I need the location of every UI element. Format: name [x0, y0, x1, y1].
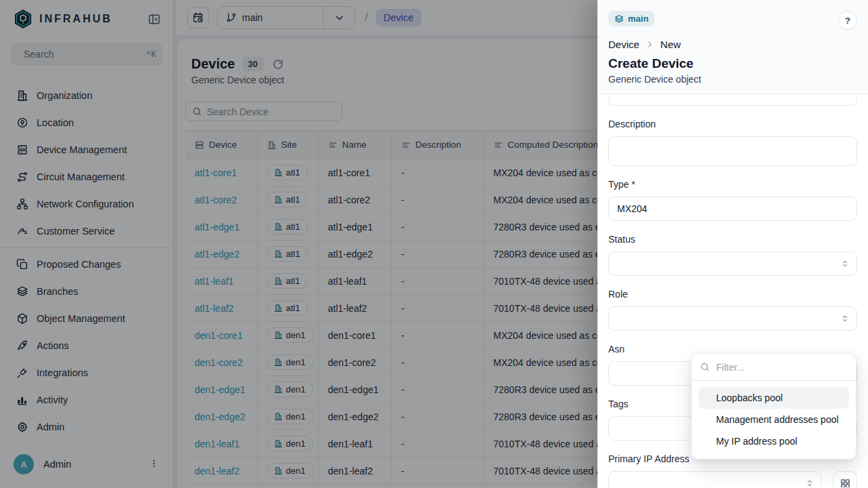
pool-options: Loopbacks pool Management addresses pool… — [692, 381, 856, 459]
grid-icon — [840, 478, 851, 488]
chevrons-up-down-icon — [840, 314, 850, 323]
panel-title: Create Device — [608, 56, 857, 71]
pool-dropdown: Loopbacks pool Management addresses pool… — [691, 353, 856, 460]
description-textarea[interactable] — [608, 136, 857, 166]
type-input[interactable] — [617, 203, 848, 214]
field-description: Description — [608, 117, 857, 166]
layers-icon — [614, 14, 624, 24]
field-label: Status — [608, 232, 857, 246]
app-root: INFRAHUB ^K Organization Location Device… — [0, 0, 868, 488]
field-label: Type * — [608, 178, 857, 191]
panel-header: main ? Device New Create Device Generic … — [597, 0, 868, 94]
help-button[interactable]: ? — [838, 11, 857, 30]
pool-filter[interactable] — [692, 354, 856, 381]
breadcrumb-current: New — [660, 39, 681, 50]
chevron-right-icon — [646, 40, 654, 49]
field-status: Status — [608, 232, 857, 276]
breadcrumb-parent[interactable]: Device — [608, 39, 639, 50]
field-label: Description — [608, 117, 857, 131]
branch-badge: main — [608, 11, 654, 26]
pool-filter-input[interactable] — [716, 362, 848, 373]
create-device-form: Description Type * Status Role A — [597, 94, 868, 487]
field-type: Type * — [608, 178, 857, 221]
search-icon — [700, 362, 710, 372]
clipped-field[interactable] — [608, 96, 857, 106]
panel-breadcrumb: Device New — [608, 39, 857, 50]
status-select[interactable] — [608, 251, 857, 276]
role-select[interactable] — [608, 306, 857, 331]
dropdown-option-management-addresses-pool[interactable]: Management addresses pool — [698, 409, 849, 430]
panel-subtitle: Generic Device object — [608, 74, 857, 85]
field-label: Role — [608, 287, 857, 301]
pool-selector-button[interactable] — [833, 471, 857, 487]
dropdown-option-loopbacks-pool[interactable]: Loopbacks pool — [698, 387, 849, 409]
modal-overlay[interactable] — [0, 0, 597, 488]
dropdown-option-my-ip-address-pool[interactable]: My IP address pool — [698, 430, 849, 452]
chevrons-up-down-icon — [840, 259, 850, 268]
chevrons-up-down-icon — [805, 479, 814, 487]
primary-ip-select[interactable] — [608, 471, 822, 487]
field-role: Role — [608, 287, 857, 331]
create-device-panel: main ? Device New Create Device Generic … — [597, 0, 868, 488]
